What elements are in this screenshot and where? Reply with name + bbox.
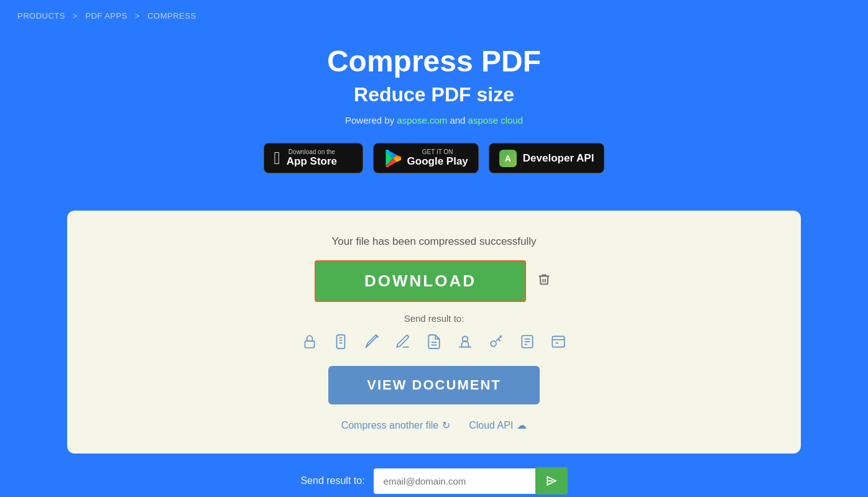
stamp-send-icon[interactable] [453, 330, 477, 353]
email-send-button[interactable] [535, 467, 568, 495]
send-result-label: Send result to: [104, 313, 764, 324]
apple-icon:  [274, 150, 280, 167]
email-input[interactable] [374, 468, 535, 494]
powered-by: Powered by aspose.com and aspose cloud [0, 115, 868, 125]
download-row: DOWNLOAD [104, 260, 764, 302]
svg-rect-1 [337, 335, 345, 349]
breadcrumb: PRODUCTS > PDF APPS > COMPRESS [0, 0, 868, 32]
delete-button[interactable] [535, 270, 553, 293]
developer-api-label: Developer API [523, 152, 594, 165]
compress-another-link[interactable]: Compress another file ↻ [341, 419, 451, 431]
cloud-api-link[interactable]: Cloud API ☁ [469, 419, 527, 431]
send-email-icon [545, 475, 558, 487]
app-store-top-label: Download on the [287, 148, 337, 155]
developer-api-icon: A [499, 150, 517, 167]
breadcrumb-compress[interactable]: COMPRESS [147, 11, 196, 21]
key-send-icon[interactable] [484, 330, 508, 353]
svg-point-9 [491, 341, 496, 347]
card-send-icon[interactable] [547, 330, 570, 353]
breadcrumb-pdf-apps[interactable]: PDF APPS [85, 11, 127, 21]
google-play-icon [384, 150, 401, 167]
google-play-main-label: Google Play [407, 155, 468, 168]
hero-section: Compress PDF Reduce PDF size Powered by … [0, 32, 868, 211]
app-store-button[interactable]:  Download on the App Store [264, 143, 363, 173]
cloud-icon: ☁ [517, 419, 527, 431]
store-buttons-row:  Download on the App Store [0, 143, 868, 173]
download-button[interactable]: DOWNLOAD [315, 260, 526, 302]
edit-send-icon[interactable] [391, 330, 415, 353]
success-message: Your file has been compressed successful… [104, 235, 764, 248]
bottom-send-label: Send result to: [300, 475, 364, 486]
bottom-bar: Send result to: [0, 454, 868, 497]
breadcrumb-sep2: > [135, 11, 140, 21]
svg-rect-14 [552, 337, 565, 347]
page-title: Compress PDF [0, 44, 868, 78]
sign-send-icon[interactable] [360, 330, 384, 353]
aspose-cloud-link[interactable]: aspose cloud [468, 115, 523, 125]
document-send-icon[interactable] [422, 330, 446, 353]
view-document-button[interactable]: VIEW DOCUMENT [328, 366, 540, 404]
card-footer-links: Compress another file ↻ Cloud API ☁ [104, 419, 764, 431]
svg-rect-0 [305, 341, 314, 348]
developer-api-button[interactable]: A Developer API [489, 143, 605, 173]
refresh-icon: ↻ [442, 419, 450, 431]
breadcrumb-sep1: > [73, 11, 78, 21]
send-icons-row [104, 330, 764, 353]
breadcrumb-products[interactable]: PRODUCTS [17, 11, 65, 21]
list-send-icon[interactable] [515, 330, 539, 353]
main-card: Your file has been compressed successful… [67, 211, 801, 454]
trash-icon [537, 273, 551, 286]
google-play-button[interactable]: GET IT ON Google Play [373, 143, 479, 173]
google-play-top-label: GET IT ON [407, 148, 468, 155]
email-input-group [374, 467, 568, 495]
aspose-link[interactable]: aspose.com [397, 115, 447, 125]
lock-send-icon[interactable] [298, 330, 321, 353]
app-store-main-label: App Store [287, 155, 337, 168]
page-subtitle: Reduce PDF size [0, 83, 868, 106]
zip-send-icon[interactable] [329, 330, 353, 353]
